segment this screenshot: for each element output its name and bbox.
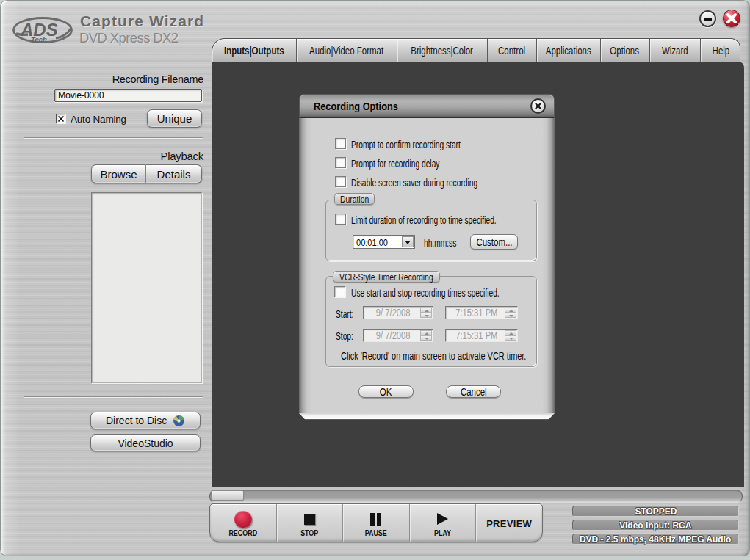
svg-text:Tech: Tech (31, 35, 47, 43)
